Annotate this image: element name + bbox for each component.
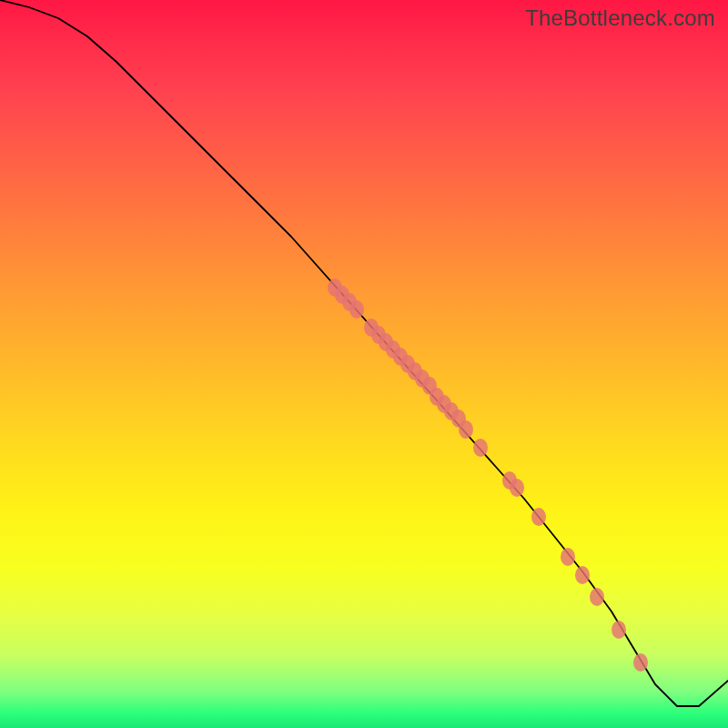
bottleneck-curve — [0, 0, 728, 706]
chart-plot — [0, 0, 728, 728]
data-point — [561, 548, 575, 566]
data-point — [510, 479, 524, 497]
chart-canvas: TheBottleneck.com — [0, 0, 728, 728]
data-point — [612, 621, 626, 639]
data-point — [473, 439, 488, 457]
data-point — [531, 508, 546, 526]
data-point — [590, 588, 604, 606]
data-point — [575, 566, 590, 584]
data-point — [349, 300, 364, 318]
data-point — [459, 420, 473, 439]
data-point — [633, 653, 648, 672]
data-points — [328, 278, 648, 672]
